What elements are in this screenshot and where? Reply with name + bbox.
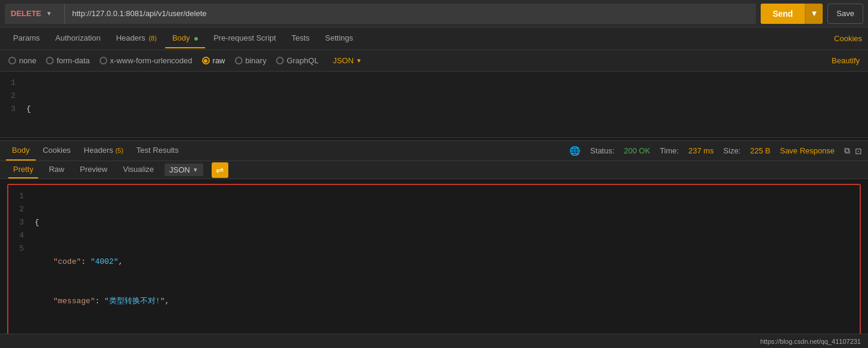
response-tab-headers[interactable]: Headers (5) (78, 141, 129, 161)
resp-line-numbers: 1 2 3 4 5 (8, 185, 30, 348)
copy-icon[interactable]: ⧉ (844, 146, 850, 156)
tab-params[interactable]: Params (6, 29, 47, 48)
resp-line-num-1: 1 (14, 190, 24, 203)
response-tab-test-label: Test Results (137, 146, 179, 155)
status-link[interactable]: https://blog.csdn.net/qq_41107231 (760, 338, 861, 345)
tab-headers-badge: (8) (148, 35, 156, 42)
expand-icon[interactable]: ⊡ (855, 146, 862, 156)
method-dropdown[interactable]: DELETE ▼ (5, 4, 64, 24)
method-label: DELETE (11, 9, 41, 18)
save-response-link[interactable]: Save Response (780, 146, 835, 155)
line-num-3: 3 (6, 103, 16, 116)
option-urlencoded-label: x-www-form-urlencoded (110, 56, 193, 65)
code-content[interactable]: { "id":1 } (21, 72, 868, 137)
radio-graphql (276, 57, 284, 64)
resp-line-2: "code": "4002", (35, 255, 855, 269)
response-tab-headers-badge: (5) (115, 147, 123, 154)
tab-settings[interactable]: Settings (318, 29, 360, 48)
status-bar: https://blog.csdn.net/qq_41107231 (0, 334, 868, 348)
tab-authorization[interactable]: Authorization (48, 29, 108, 48)
response-tab-cookies-label: Cookies (43, 146, 71, 155)
beautify-button[interactable]: Beautify (832, 56, 860, 65)
json-select-label: JSON (333, 56, 354, 65)
response-tab-headers-label: Headers (84, 146, 113, 155)
option-form-data-label: form-data (57, 56, 90, 65)
code-line-1: { (26, 103, 863, 116)
option-raw[interactable]: raw (202, 56, 225, 65)
resp-line-num-4: 4 (14, 229, 24, 242)
tabs-right: Cookies (834, 34, 862, 43)
resp-line-3: "message": "类型转换不对!", (35, 295, 855, 308)
option-urlencoded[interactable]: x-www-form-urlencoded (100, 56, 193, 65)
response-tab-cookies[interactable]: Cookies (37, 141, 77, 161)
fmt-tab-pretty[interactable]: Pretty (8, 161, 38, 178)
option-raw-label: raw (213, 56, 225, 65)
response-tab-body[interactable]: Body (6, 141, 36, 161)
tab-pre-request[interactable]: Pre-request Script (206, 29, 283, 48)
radio-urlencoded (100, 57, 107, 64)
url-input[interactable] (64, 4, 756, 24)
option-binary[interactable]: binary (235, 56, 266, 65)
response-tab-test-results[interactable]: Test Results (131, 141, 185, 161)
format-select-group[interactable]: JSON ▼ (165, 164, 203, 176)
send-dropdown-button[interactable]: ▼ (805, 4, 823, 24)
json-chevron-icon: ▼ (356, 57, 362, 64)
radio-none (8, 57, 16, 64)
response-code-area: 1 2 3 4 5 { "code": "4002", "message": "… (0, 179, 868, 348)
time-label: Time: (660, 146, 679, 155)
response-format-row: Pretty Raw Preview Visualize JSON ▼ ⇌ (0, 161, 868, 179)
response-status-bar: 🌐 Status: 200 OK Time: 237 ms Size: 225 … (569, 146, 862, 156)
line-num-1: 1 (6, 76, 16, 90)
option-binary-label: binary (246, 56, 266, 65)
tab-body-label: Body (172, 33, 190, 42)
option-none-label: none (19, 56, 36, 65)
resp-code-content: { "code": "4002", "message": "类型转换不对!", … (30, 185, 860, 348)
size-label: Size: (723, 146, 740, 155)
time-value: 237 ms (689, 146, 714, 155)
send-button[interactable]: Send (761, 4, 805, 24)
tab-body-dot (194, 37, 198, 41)
resp-line-num-5: 5 (14, 242, 24, 255)
code-editor: 1 2 3 { "id":1 } (0, 72, 868, 137)
status-label: Status: (590, 146, 614, 155)
resp-line-num-2: 2 (14, 203, 24, 216)
response-tabs-row: Body Cookies Headers (5) Test Results 🌐 … (0, 141, 868, 161)
size-value: 225 B (750, 146, 770, 155)
tab-headers-label: Headers (116, 33, 145, 42)
response-code-inner: 1 2 3 4 5 { "code": "4002", "message": "… (8, 185, 860, 348)
json-select-group[interactable]: JSON ▼ (333, 56, 362, 65)
option-graphql[interactable]: GraphQL (276, 56, 318, 65)
top-bar: DELETE ▼ Send ▼ Save (0, 0, 868, 27)
save-button[interactable]: Save (827, 4, 863, 24)
radio-form-data (46, 57, 54, 64)
resp-line-1: { (35, 216, 855, 229)
response-icons: ⧉ ⊡ (844, 146, 862, 156)
tab-body[interactable]: Body (165, 29, 205, 48)
resp-line-num-3: 3 (14, 216, 24, 229)
fmt-tab-preview[interactable]: Preview (75, 161, 112, 178)
format-chevron-icon: ▼ (193, 167, 199, 173)
response-section: Body Cookies Headers (5) Test Results 🌐 … (0, 141, 868, 296)
globe-icon[interactable]: 🌐 (569, 146, 581, 156)
radio-binary (235, 57, 243, 64)
body-options-row: none form-data x-www-form-urlencoded raw… (0, 50, 868, 72)
response-code-wrapper: 1 2 3 4 5 { "code": "4002", "message": "… (7, 184, 861, 348)
format-select-label: JSON (169, 165, 190, 174)
line-numbers: 1 2 3 (0, 72, 21, 137)
send-button-group: Send ▼ (761, 4, 823, 24)
request-tabs: Params Authorization Headers (8) Body Pr… (0, 27, 868, 50)
method-chevron-icon: ▼ (46, 10, 52, 17)
option-graphql-label: GraphQL (287, 56, 318, 65)
status-value: 200 OK (624, 146, 650, 155)
brace-open: { (26, 103, 31, 116)
wrap-icon-button[interactable]: ⇌ (212, 162, 228, 178)
tab-headers[interactable]: Headers (8) (109, 29, 164, 48)
radio-raw (202, 57, 210, 64)
tab-tests[interactable]: Tests (284, 29, 317, 48)
cookies-link[interactable]: Cookies (834, 34, 862, 43)
option-none[interactable]: none (8, 56, 36, 65)
fmt-tab-visualize[interactable]: Visualize (118, 161, 159, 178)
fmt-tab-raw[interactable]: Raw (44, 161, 69, 178)
response-tab-body-label: Body (12, 146, 30, 155)
option-form-data[interactable]: form-data (46, 56, 90, 65)
